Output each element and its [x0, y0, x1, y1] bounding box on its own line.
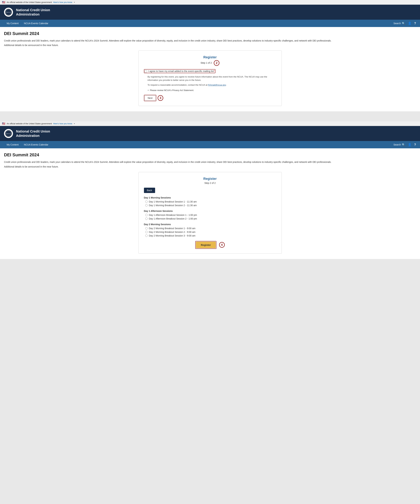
search-label-2: Search	[394, 143, 401, 146]
how-you-know-link-1[interactable]: Here's how you know.	[53, 1, 72, 4]
back-button[interactable]: Back	[144, 188, 155, 193]
annotation-circle-4: 4	[219, 242, 225, 248]
session-radio-0-0[interactable]	[145, 200, 148, 203]
register-box-2: Register Step 2 of 2 Back Day 1 Morning …	[138, 172, 282, 254]
session-option-label-0-1: Day 1 Morning Breakout Session 2 - 11:30…	[149, 204, 197, 207]
session-option-label-1-0: Day 1 Afternoon Breakout Session 1 - 1:0…	[149, 214, 197, 216]
register-box-1: Register Step 1 of 2 2 I agree to have m…	[138, 50, 282, 106]
session-option-label-2-1: Day 2 Morning Breakout Session 2 - 9:00 …	[149, 231, 195, 233]
search-button-1[interactable]: Search 🔍	[394, 22, 405, 25]
nav-my-content-1[interactable]: My Content	[4, 20, 21, 27]
user-icon-1[interactable]: 👤	[408, 22, 412, 25]
gov-banner-1: 🇺🇸 An official website of the United Sta…	[0, 0, 420, 5]
nav-bar-2: My Content NCUA Events Calendar Search 🔍…	[0, 141, 420, 148]
session-option-label-1-1: Day 1 Afternoon Breakout Session 2 - 1:0…	[149, 217, 197, 220]
page-2-wrapper: 🇺🇸 An official website of the United Sta…	[0, 121, 420, 259]
privacy-expand[interactable]: + Please review NCUA's Privacy Act State…	[148, 89, 276, 91]
register-title-2: Register	[144, 177, 276, 181]
contact-text: To request a reasonable accommodation, c…	[148, 84, 276, 86]
page-title-1: DEI Summit 2024	[4, 31, 416, 36]
session-group-label-2: Day 2 Morning Sessions	[144, 223, 276, 226]
svg-text:NCUA: NCUA	[6, 133, 11, 134]
email-consent-row: I agree to have my email added to the ev…	[144, 69, 215, 73]
banner-dropdown-2[interactable]: ▾	[74, 123, 75, 125]
site-header-2: NCUA National Credit Union Administratio…	[0, 126, 420, 141]
session-option-0-1: Day 1 Morning Breakout Session 2 - 11:30…	[144, 204, 276, 207]
session-radio-2-0[interactable]	[145, 227, 148, 229]
session-radio-1-0[interactable]	[145, 214, 148, 216]
plus-icon: +	[148, 89, 149, 91]
flag-icon-1: 🇺🇸	[2, 1, 5, 4]
session-option-1-0: Day 1 Afternoon Breakout Session 1 - 1:0…	[144, 214, 276, 216]
next-button-row: Next 3	[144, 95, 276, 101]
session-option-2-2: Day 2 Morning Breakout Session 3 - 9:00 …	[144, 234, 276, 237]
session-group-2: Day 2 Morning Sessions Day 2 Morning Bre…	[144, 223, 276, 237]
session-option-label-2-2: Day 2 Morning Breakout Session 3 - 9:00 …	[149, 234, 195, 237]
next-button-annotated: Next	[144, 95, 156, 101]
org-name-1: National Credit Union Administration	[16, 8, 50, 17]
page-additional-1: Additional details to be announced in th…	[4, 44, 416, 47]
session-option-1-1: Day 1 Afternoon Breakout Session 2 - 1:0…	[144, 217, 276, 220]
session-radio-2-2[interactable]	[145, 234, 148, 237]
search-button-2[interactable]: Search 🔍	[394, 143, 405, 146]
session-option-2-1: Day 2 Morning Breakout Session 2 - 9:00 …	[144, 231, 276, 233]
site-header-1: NCUA National Credit Union Administratio…	[0, 5, 420, 20]
nav-events-calendar-1[interactable]: NCUA Events Calendar	[21, 20, 51, 27]
register-button-annotated: Register	[195, 241, 216, 249]
session-option-2-0: Day 2 Morning Breakout Session 1 - 9:00 …	[144, 227, 276, 230]
search-icon-1: 🔍	[402, 22, 405, 25]
banner-dropdown-1[interactable]: ▾	[74, 1, 75, 3]
session-group-1: Day 1 Afternoon Sessions Day 1 Afternoon…	[144, 210, 276, 220]
help-icon-2[interactable]: ?	[414, 143, 416, 146]
page-1-wrapper: 🇺🇸 An official website of the United Sta…	[0, 0, 420, 111]
screenshot-divider	[0, 117, 420, 121]
email-consent-label: I agree to have my email added to the ev…	[148, 70, 215, 72]
register-title-1: Register	[144, 55, 276, 59]
ncua-seal-2: NCUA	[4, 129, 13, 138]
user-icon-2[interactable]: 👤	[408, 143, 412, 146]
nav-bar-1: My Content NCUA Events Calendar Search 🔍…	[0, 20, 420, 27]
nav-events-calendar-2[interactable]: NCUA Events Calendar	[21, 141, 51, 148]
session-radio-0-1[interactable]	[145, 204, 148, 206]
seal-svg-2: NCUA	[5, 130, 12, 137]
privacy-text: Please review NCUA's Privacy Act Stateme…	[150, 89, 194, 91]
flag-icon-2: 🇺🇸	[2, 122, 5, 125]
session-option-0-0: Day 1 Morning Breakout Session 1 - 11:30…	[144, 200, 276, 203]
nav-links-1: My Content NCUA Events Calendar	[4, 20, 51, 27]
register-submit-button[interactable]: Register	[196, 242, 216, 248]
page-title-2: DEI Summit 2024	[4, 152, 416, 157]
register-step-2: Step 2 of 2	[144, 182, 276, 184]
search-icon-2: 🔍	[402, 143, 405, 146]
session-radio-1-1[interactable]	[145, 217, 148, 220]
official-text-2: An official website of the United States…	[7, 122, 52, 125]
seal-svg-1: NCUA	[5, 8, 12, 16]
page-content-2: DEI Summit 2024 Credit union professiona…	[0, 148, 420, 259]
page-description-1: Credit union professionals and DEI leade…	[4, 39, 416, 42]
session-group-0: Day 1 Morning Sessions Day 1 Morning Bre…	[144, 196, 276, 207]
nav-right-1: Search 🔍 👤 ?	[394, 22, 416, 25]
required-asterisk: *	[214, 70, 215, 72]
official-text-1: An official website of the United States…	[7, 1, 52, 4]
search-label-1: Search	[394, 22, 401, 25]
nav-links-2: My Content NCUA Events Calendar	[4, 141, 51, 148]
svg-text:NCUA: NCUA	[6, 12, 11, 13]
contact-email-link[interactable]: RAmail@ncua.gov	[208, 84, 226, 86]
ncua-seal-1: NCUA	[4, 8, 13, 17]
page-description-2: Credit union professionals and DEI leade…	[4, 160, 416, 164]
org-name-2: National Credit Union Administration	[16, 129, 50, 138]
help-icon-1[interactable]: ?	[414, 22, 416, 25]
session-option-label-0-0: Day 1 Morning Breakout Session 1 - 11:30…	[149, 200, 197, 203]
annotation-circle-2: 2	[214, 60, 219, 66]
email-consent-checkbox[interactable]	[145, 70, 147, 72]
nav-my-content-2[interactable]: My Content	[4, 141, 21, 148]
page-additional-2: Additional details to be announced in th…	[4, 165, 416, 168]
session-radio-2-1[interactable]	[145, 231, 148, 233]
gov-banner-2: 🇺🇸 An official website of the United Sta…	[0, 121, 420, 126]
register-submit-row: Register 4	[144, 241, 276, 249]
nav-right-2: Search 🔍 👤 ?	[394, 143, 416, 146]
how-you-know-link-2[interactable]: Here's how you know.	[53, 122, 72, 125]
register-step-1: Step 1 of 2 2	[144, 60, 276, 66]
session-group-label-0: Day 1 Morning Sessions	[144, 196, 276, 199]
next-button[interactable]: Next	[145, 96, 156, 101]
consent-text: By registering for this event, you agree…	[148, 75, 276, 82]
